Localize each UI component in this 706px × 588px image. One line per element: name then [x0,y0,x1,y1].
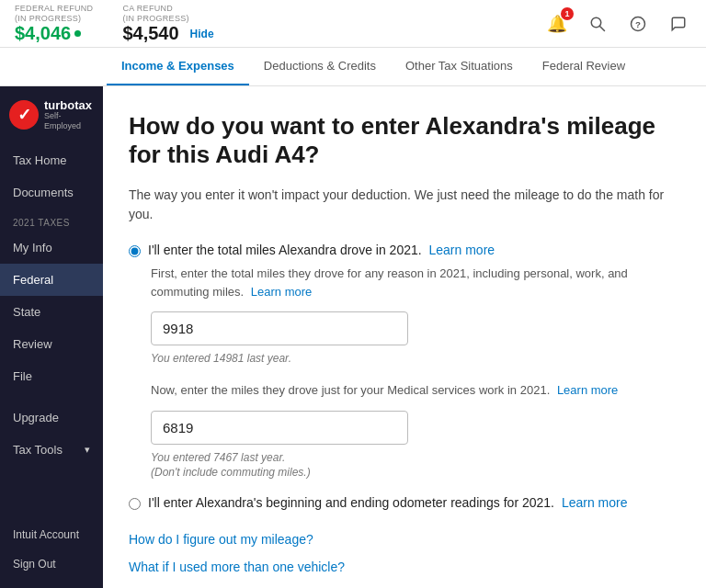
sidebar-item-tax-home[interactable]: Tax Home [0,144,103,176]
federal-refund-amount: $4,046 [15,23,93,44]
hide-link[interactable]: Hide [190,28,214,40]
option2-radio: I'll enter Alexandra's beginning and end… [129,495,669,510]
notification-badge: 1 [561,7,574,20]
help-icon[interactable]: ? [625,11,651,37]
federal-refund: FEDERAL REFUND (in progress) $4,046 [15,3,93,44]
faq-link-2[interactable]: What if I used more than one vehicle? [129,560,669,574]
option1-subdesc-learn-more[interactable]: Learn more [251,285,312,299]
federal-refund-dot [74,30,81,37]
refund-section: FEDERAL REFUND (in progress) $4,046 CA R… [15,3,544,44]
option1-subdesc: First, enter the total miles they drove … [151,265,669,300]
option1-label[interactable]: I'll enter the total miles Alexandra dro… [148,243,495,257]
page-subtitle: The way you enter it won't impact your d… [129,186,669,224]
total-miles-input[interactable] [151,311,408,345]
main-layout: ✓ turbotax Self-Employed Tax Home Docume… [0,86,706,588]
sidebar-sign-out[interactable]: Sign Out [0,549,103,579]
option2-learn-more[interactable]: Learn more [562,495,628,510]
ca-refund: CA REFUND (in progress) $4,540 Hide [122,3,213,44]
option2-label[interactable]: I'll enter Alexandra's beginning and end… [148,495,627,510]
top-bar: FEDERAL REFUND (in progress) $4,046 CA R… [0,0,706,48]
ca-refund-label: CA REFUND (in progress) [122,3,213,23]
page-heading: How do you want to enter Alexandra's mil… [129,112,669,169]
sidebar-item-upgrade[interactable]: Upgrade [0,401,103,434]
federal-refund-label: FEDERAL REFUND (in progress) [15,3,93,23]
notification-icon[interactable]: 🔔 1 [544,11,570,37]
chat-icon[interactable] [666,11,691,37]
main-content: How do you want to enter Alexandra's mil… [103,86,706,588]
work-miles-input[interactable] [151,411,408,445]
sidebar-section-label: 2021 TAXES [0,209,103,232]
tab-income-expenses[interactable]: Income & Expenses [107,48,249,85]
tab-other-tax[interactable]: Other Tax Situations [391,48,528,85]
option1-radio-input[interactable] [129,245,141,257]
sidebar-item-my-info[interactable]: My Info [0,232,103,264]
total-miles-helper: You entered 14981 last year. [151,351,669,367]
option2-radio-input[interactable] [129,498,141,510]
svg-text:?: ? [635,18,641,28]
chevron-down-icon: ▾ [85,444,90,456]
logo-checkmark: ✓ [9,100,39,130]
sidebar-item-tax-tools[interactable]: Tax Tools ▾ [0,434,103,466]
ca-refund-amount: $4,540 Hide [122,23,213,44]
sidebar-logo: ✓ turbotax Self-Employed [0,86,103,144]
brand-sub: Self-Employed [44,111,94,131]
brand-name: turbotax [44,99,94,111]
svg-line-1 [599,26,604,30]
faq-link-1[interactable]: How do I figure out my mileage? [129,532,669,547]
sidebar-item-federal[interactable]: Federal [0,264,103,296]
nav-tabs: Income & Expenses Deductions & Credits O… [0,48,706,86]
work-miles-helper: You entered 7467 last year. (Don't inclu… [151,450,669,481]
sidebar-item-state[interactable]: State [0,296,103,328]
sidebar-item-review[interactable]: Review [0,328,103,360]
sidebar-item-documents[interactable]: Documents [0,176,103,209]
option1-learn-more[interactable]: Learn more [429,243,495,257]
tab-federal-review[interactable]: Federal Review [528,48,640,85]
top-icons: 🔔 1 ? [544,11,691,37]
faq-section: How do I figure out my mileage? What if … [129,532,669,588]
search-icon[interactable] [585,11,610,37]
sidebar-bottom: Intuit Account Sign Out [0,511,103,588]
tab-deductions-credits[interactable]: Deductions & Credits [249,48,391,85]
work-miles-learn-more[interactable]: Learn more [557,383,618,397]
option1-radio: I'll enter the total miles Alexandra dro… [129,243,669,257]
sidebar-item-file[interactable]: File [0,360,103,392]
work-miles-label: Now, enter the miles they drove just for… [151,381,669,400]
sidebar: ✓ turbotax Self-Employed Tax Home Docume… [0,86,103,588]
option1-detail: First, enter the total miles they drove … [151,265,669,481]
sidebar-intuit-account[interactable]: Intuit Account [0,520,103,549]
